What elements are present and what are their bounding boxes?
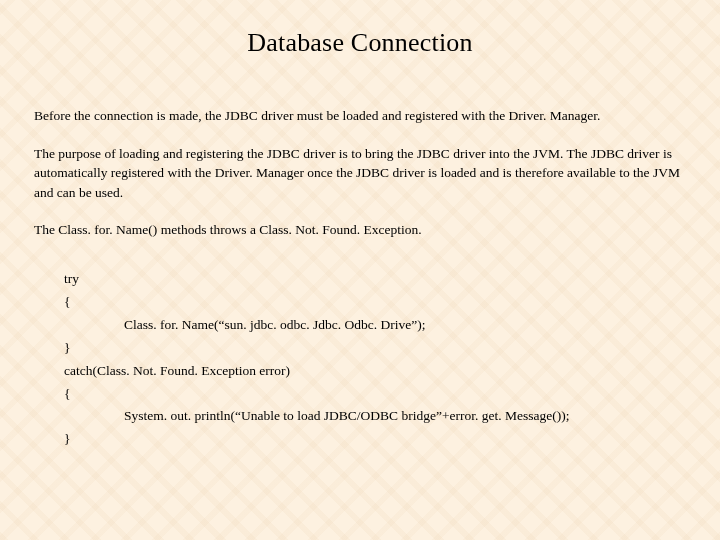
page-title: Database Connection (34, 28, 686, 58)
code-line: catch(Class. Not. Found. Exception error… (64, 360, 686, 383)
paragraph-3: The Class. for. Name() methods throws a … (34, 220, 686, 240)
code-block: try { Class. for. Name(“sun. jdbc. odbc.… (64, 268, 686, 452)
paragraph-1: Before the connection is made, the JDBC … (34, 106, 686, 126)
code-line: System. out. println(“Unable to load JDB… (64, 405, 686, 428)
paragraph-2: The purpose of loading and registering t… (34, 144, 686, 203)
code-line: { (64, 383, 686, 406)
code-line: } (64, 337, 686, 360)
code-line: try (64, 268, 686, 291)
code-line: Class. for. Name(“sun. jdbc. odbc. Jdbc.… (64, 314, 686, 337)
code-line: } (64, 428, 686, 451)
code-line: { (64, 291, 686, 314)
